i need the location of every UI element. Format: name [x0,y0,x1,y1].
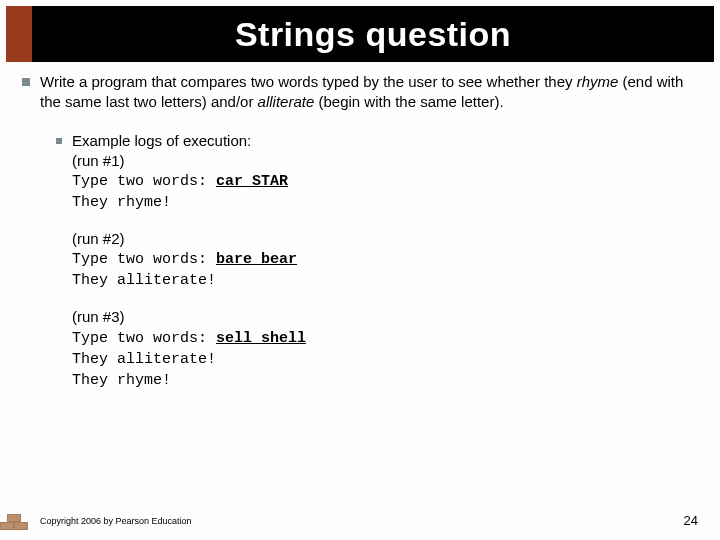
run1-line1: Type two words: car STAR [72,171,288,192]
bullet-icon [22,78,30,86]
run3-line1: Type two words: sell shell [72,328,698,349]
run2-block: (run #2) Type two words: bare bear They … [72,229,698,291]
intro-text: Write a program that compares two words … [40,72,698,113]
run2-line2: They alliterate! [72,270,698,291]
bullet-icon [56,138,62,144]
run2-label: (run #2) [72,229,698,249]
run3-block: (run #3) Type two words: sell shell They… [72,307,698,390]
page-number: 24 [684,513,698,528]
run2-line1: Type two words: bare bear [72,249,698,270]
sub-bullet: Example logs of execution: (run #1) Type… [56,131,698,214]
copyright-footer: Copyright 2006 by Pearson Education [40,516,192,526]
example-heading: Example logs of execution: [72,131,288,151]
run1-line2: They rhyme! [72,192,288,213]
slide-content: Write a program that compares two words … [0,62,720,391]
run3-label: (run #3) [72,307,698,327]
run3-line2: They alliterate! [72,349,698,370]
example-block: Example logs of execution: (run #1) Type… [72,131,288,214]
brick-decoration-icon [0,506,30,530]
title-bar: Strings question [6,6,714,62]
run1-label: (run #1) [72,151,288,171]
slide-title: Strings question [235,15,511,54]
main-bullet: Write a program that compares two words … [22,72,698,113]
run3-line3: They rhyme! [72,370,698,391]
